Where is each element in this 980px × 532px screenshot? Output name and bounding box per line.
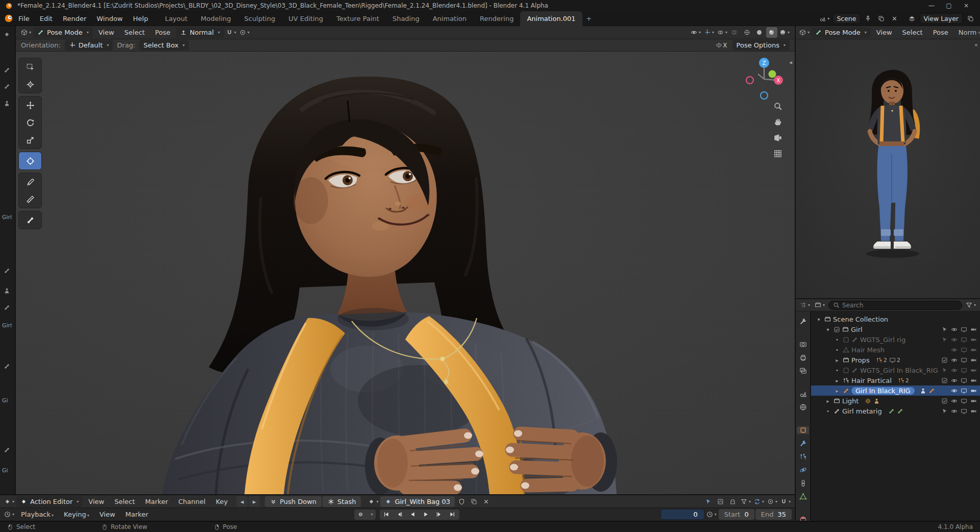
disable-render-icon[interactable]: [970, 398, 977, 404]
disable-render-icon[interactable]: [970, 336, 977, 343]
checkbox-icon[interactable]: [843, 336, 849, 343]
shading-material-preview-button[interactable]: [766, 27, 777, 38]
selectable-icon[interactable]: [941, 367, 948, 374]
editor-type-button[interactable]: ▾: [3, 509, 15, 520]
collapsed-editor-strip[interactable]: Girl Girl Gi Gi: [0, 26, 16, 494]
outliner-row-hair-partical[interactable]: ▸ Hair Partical 2: [811, 375, 980, 385]
snapping-button[interactable]: ▾: [225, 27, 237, 38]
disable-viewport-icon[interactable]: [961, 388, 967, 394]
outliner-row-girl[interactable]: ▾ Girl: [811, 324, 980, 334]
camera-view-icon[interactable]: [773, 133, 782, 142]
select-menu[interactable]: Select: [120, 29, 150, 36]
outliner-row-wgts-girl-in-black-rig[interactable]: • WGTS_Girl In Black_RIG: [811, 365, 980, 375]
navigation-gizmo[interactable]: Z X: [743, 55, 786, 104]
jump-to-end-button[interactable]: [446, 510, 459, 520]
editor-mode-dropdown[interactable]: Action Editor: [16, 496, 83, 507]
next-keyframe-button[interactable]: [433, 510, 446, 520]
selectable-icon[interactable]: [941, 408, 948, 415]
drag-setting-dropdown[interactable]: Select Box: [139, 40, 188, 51]
view-menu[interactable]: View: [95, 511, 120, 518]
tab-object[interactable]: [797, 426, 809, 434]
auto-keying-dropdown[interactable]: ▾: [368, 510, 376, 520]
outliner-row-wgts-girl-rig[interactable]: • WGTS_Girl rig: [811, 334, 980, 345]
disable-viewport-icon[interactable]: [961, 326, 967, 333]
menu-render[interactable]: Render: [58, 11, 91, 26]
stash-button[interactable]: Stash: [323, 496, 361, 507]
tab-texture-paint[interactable]: Texture Paint: [330, 11, 386, 26]
tab-animation-001[interactable]: Animation.001: [520, 11, 582, 26]
tab-particles[interactable]: [797, 453, 809, 461]
hide-viewport-icon[interactable]: [951, 398, 958, 404]
keying-menu[interactable]: Keying▾: [59, 511, 94, 518]
tab-tool[interactable]: [797, 318, 809, 325]
hide-viewport-icon[interactable]: [951, 347, 958, 353]
outliner-row-light[interactable]: ▸ Light: [811, 396, 980, 406]
orientation-setting-dropdown[interactable]: Default: [65, 40, 113, 51]
transform-tool[interactable]: [19, 152, 41, 170]
unlink-scene-button[interactable]: [889, 13, 900, 24]
annotate-tool[interactable]: [19, 173, 41, 190]
checkbox-icon[interactable]: [941, 377, 948, 384]
display-mode-button[interactable]: ▾: [814, 300, 826, 310]
frame-start-field[interactable]: Start0: [719, 509, 754, 520]
tab-constraints[interactable]: [797, 479, 809, 487]
channel-icon[interactable]: [4, 83, 10, 90]
object-visibility-button[interactable]: ▾: [690, 27, 702, 38]
channel-label[interactable]: Girl: [2, 322, 12, 329]
channel-icon[interactable]: [4, 363, 10, 370]
prev-keyframe-button[interactable]: [393, 510, 406, 520]
tab-animation[interactable]: Animation: [426, 11, 473, 26]
channel-icon[interactable]: [4, 67, 10, 74]
disable-viewport-icon[interactable]: [961, 357, 967, 364]
key-menu[interactable]: Key: [211, 498, 233, 505]
shading-rendered-button[interactable]: ▾: [778, 27, 791, 38]
expand-icon[interactable]: ▾: [824, 327, 831, 332]
outliner-row-girl-metarig[interactable]: • Girl metarig: [811, 406, 980, 416]
view-menu[interactable]: View: [94, 29, 119, 36]
maximize-button[interactable]: ▢: [940, 0, 958, 11]
cursor-tool[interactable]: [19, 76, 41, 93]
pose-menu[interactable]: Pose: [151, 29, 175, 36]
menu-edit[interactable]: Edit: [35, 11, 58, 26]
hide-viewport-icon[interactable]: [951, 336, 958, 343]
disable-viewport-icon[interactable]: [961, 408, 967, 415]
pose-breakdowner-tool[interactable]: [19, 211, 41, 229]
selectable-icon[interactable]: [941, 336, 948, 343]
preview-viewport-canvas[interactable]: «: [796, 39, 980, 298]
disable-render-icon[interactable]: [970, 347, 977, 353]
tab-uv-editing[interactable]: UV Editing: [282, 11, 330, 26]
menu-file[interactable]: File: [13, 11, 35, 26]
disable-render-icon[interactable]: [970, 408, 977, 415]
filter-button[interactable]: ▾: [740, 496, 752, 507]
clipped-orientation-dropdown[interactable]: Norm: [954, 29, 976, 36]
hide-viewport-icon[interactable]: [951, 408, 958, 415]
pose-menu[interactable]: Pose: [928, 29, 953, 36]
editor-type-button[interactable]: ▾: [799, 300, 811, 310]
tab-rendering[interactable]: Rendering: [473, 11, 520, 26]
outliner-row-scene-collection[interactable]: ▾ Scene Collection: [811, 314, 980, 324]
browse-action-button[interactable]: ▾: [367, 496, 379, 507]
zoom-icon[interactable]: [773, 102, 782, 111]
tab-world[interactable]: [797, 403, 809, 411]
outliner-row-hair-mesh[interactable]: • Hair Mesh: [811, 345, 980, 355]
pan-hand-icon[interactable]: [773, 117, 782, 127]
channel-icon[interactable]: [4, 447, 10, 453]
measure-tool[interactable]: [19, 190, 41, 208]
tab-modifiers[interactable]: [797, 440, 809, 447]
scene-selector[interactable]: Scene: [832, 13, 860, 24]
channel-menu[interactable]: Channel: [174, 498, 210, 505]
ortho-grid-icon[interactable]: [773, 149, 782, 158]
select-box-tool[interactable]: [19, 58, 41, 76]
view-layer-selector[interactable]: View Layer: [920, 13, 963, 24]
marker-menu[interactable]: Marker: [140, 498, 173, 505]
new-view-layer-button[interactable]: [965, 13, 976, 24]
pose-options-dropdown[interactable]: Pose Options: [732, 40, 790, 51]
tab-physics[interactable]: [797, 466, 809, 474]
outliner-row-props[interactable]: ▸ Props 2 2: [811, 355, 980, 365]
playback-menu[interactable]: Playback▾: [16, 511, 58, 518]
fake-user-toggle[interactable]: [456, 496, 467, 507]
disable-viewport-icon[interactable]: [961, 367, 967, 374]
outliner-search-input[interactable]: Search: [828, 301, 962, 310]
expand-icon[interactable]: ▸: [834, 378, 841, 383]
tab-render[interactable]: [797, 341, 809, 348]
